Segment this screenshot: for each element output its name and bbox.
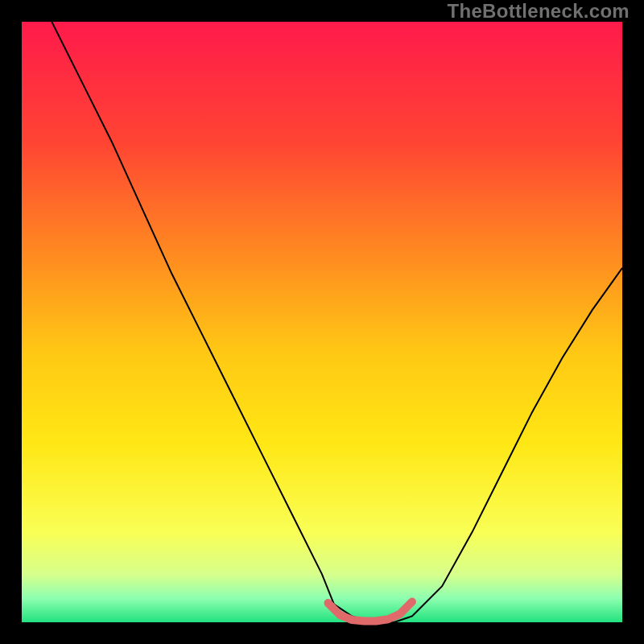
bottleneck-chart <box>0 0 644 644</box>
watermark-text: TheBottleneck.com <box>448 0 630 23</box>
chart-stage: TheBottleneck.com <box>0 0 644 644</box>
plot-background <box>22 22 622 622</box>
